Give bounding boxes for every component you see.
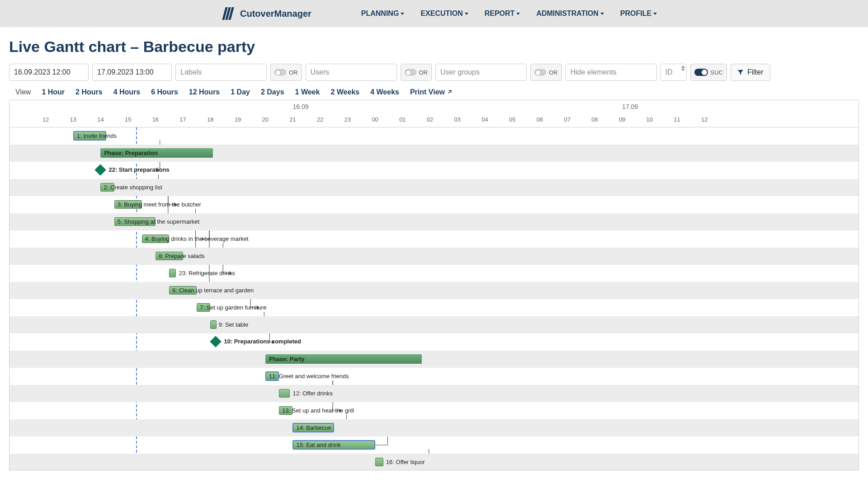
task-bar[interactable] <box>210 320 217 329</box>
task-bar[interactable]: 3: Buying meet from the butcher <box>114 200 142 209</box>
gantt-row: 1: Invite friends <box>9 127 859 145</box>
nav-item-label: REPORT <box>485 9 515 18</box>
suc-label: SUC <box>711 69 723 76</box>
nav-item-report[interactable]: REPORT <box>485 9 520 18</box>
view-option-1-day[interactable]: 1 Day <box>231 88 250 96</box>
view-option-label: 1 Hour <box>42 88 65 96</box>
nav-item-label: ADMINISTRATION <box>536 9 598 18</box>
end-date-input[interactable] <box>92 64 172 81</box>
gantt-row: 3: Buying meet from the butcher <box>9 196 859 213</box>
task-bar[interactable]: 2: Create shopping list <box>100 183 114 192</box>
gantt-row: 16: Offer liquor <box>9 454 859 470</box>
task-bar[interactable]: 15: Eat and drink <box>292 440 375 450</box>
view-option-4-weeks[interactable]: 4 Weeks <box>370 88 399 96</box>
chevron-down-icon <box>600 13 604 15</box>
gantt-row: 23: Refrigerate drinks <box>9 265 859 282</box>
toggle-off-icon <box>405 69 416 75</box>
milestone-diamond-icon[interactable] <box>95 164 106 175</box>
view-option-1-hour[interactable]: 1 Hour <box>42 88 65 96</box>
hour-label: 12 <box>701 116 708 123</box>
labels-or-toggle[interactable]: OR <box>270 64 302 81</box>
view-option-4-hours[interactable]: 4 Hours <box>113 88 141 96</box>
nav-item-administration[interactable]: ADMINISTRATION <box>536 9 604 18</box>
view-row: View 1 Hour2 Hours4 Hours6 Hours12 Hours… <box>0 84 868 100</box>
phase-bar[interactable]: Phase: Party <box>265 354 422 364</box>
view-option-12-hours[interactable]: 12 Hours <box>189 88 220 96</box>
task-bar[interactable]: 7: Set up garden furniture <box>197 303 210 312</box>
task-bar[interactable]: 8: Prepare salads <box>156 252 183 260</box>
hour-label: 20 <box>262 116 269 123</box>
task-bar[interactable] <box>279 389 290 398</box>
or-label: OR <box>419 69 428 76</box>
hour-label: 18 <box>207 116 213 123</box>
view-option-print-view[interactable]: Print View <box>410 88 452 96</box>
gantt-row: 13: Set up and heat the grill <box>9 402 859 419</box>
task-bar[interactable]: 11: Greet and welcome friends <box>265 371 279 381</box>
view-option-2-days[interactable]: 2 Days <box>261 88 284 96</box>
nav-item-label: EXECUTION <box>420 9 462 18</box>
groups-or-toggle[interactable]: OR <box>530 64 562 81</box>
users-input[interactable] <box>306 64 397 81</box>
groups-input[interactable] <box>435 64 527 81</box>
brand: CutoverManager <box>224 7 311 20</box>
nav-item-profile[interactable]: PROFILE <box>620 9 657 18</box>
suc-toggle[interactable]: SUC <box>690 64 727 81</box>
page-header: Live Gantt chart – Barbecue party <box>0 27 868 60</box>
view-option-2-weeks[interactable]: 2 Weeks <box>330 88 359 96</box>
id-stepper[interactable] <box>681 66 685 71</box>
nav-item-execution[interactable]: EXECUTION <box>420 9 468 18</box>
nav-item-planning[interactable]: PLANNING <box>361 9 405 18</box>
labels-input[interactable] <box>175 64 267 81</box>
gantt-chart: 16.0917.09 12131415161718192021222300010… <box>9 100 859 470</box>
hour-label: 07 <box>564 116 570 123</box>
task-bar[interactable]: 14: Barbecue <box>292 423 334 432</box>
task-label: 9: Set table <box>218 321 248 328</box>
view-option-label: 2 Hours <box>75 88 103 96</box>
phase-bar[interactable]: Phase: Preparation <box>100 148 213 158</box>
start-date-input[interactable] <box>9 64 89 81</box>
view-option-label: 4 Hours <box>113 88 141 96</box>
gantt-row: 8: Prepare salads <box>9 248 859 265</box>
task-bar[interactable]: 13: Set up and heat the grill <box>279 406 292 415</box>
hide-elements-input[interactable] <box>566 64 657 81</box>
task-bar[interactable]: 6: Clean up terrace and garden <box>169 286 197 295</box>
view-option-label: 1 Week <box>295 88 320 96</box>
view-option-label: 2 Weeks <box>330 88 359 96</box>
hour-label: 15 <box>125 116 131 123</box>
gantt-row: 9: Set table <box>9 316 859 333</box>
view-option-6-hours[interactable]: 6 Hours <box>151 88 178 96</box>
task-bar[interactable] <box>169 269 176 277</box>
milestone-label: 10: Preparations completed <box>224 338 301 345</box>
gantt-row: Phase: Preparation <box>9 145 859 162</box>
hour-label: 00 <box>372 116 378 123</box>
hour-label: 09 <box>619 116 625 123</box>
hour-label: 06 <box>537 116 543 123</box>
task-label: 12: Offer drinks <box>292 390 333 397</box>
task-label: 16: Offer liquor <box>386 459 425 465</box>
hour-label: 03 <box>454 116 461 123</box>
view-label: View <box>15 88 31 96</box>
hour-label: 14 <box>97 116 104 123</box>
nav-items: PLANNINGEXECUTIONREPORTADMINISTRATIONPRO… <box>361 9 657 18</box>
milestone-label: 22: Start preparations <box>108 166 169 173</box>
hour-label: 01 <box>399 116 406 123</box>
filter-button[interactable]: Filter <box>731 64 770 81</box>
gantt-row: 12: Offer drinks <box>9 385 859 402</box>
task-bar[interactable]: 4: Buying drinks in the beverage market <box>142 235 170 243</box>
view-option-2-hours[interactable]: 2 Hours <box>75 88 103 96</box>
page-title: Live Gantt chart – Barbecue party <box>9 38 859 56</box>
hour-label: 19 <box>235 116 241 123</box>
nav-item-label: PROFILE <box>620 9 651 18</box>
gantt-body: 1: Invite friendsPhase: Preparation22: S… <box>9 127 859 470</box>
task-bar[interactable]: 5: Shopping at the supermarket <box>114 217 156 226</box>
users-or-toggle[interactable]: OR <box>401 64 432 81</box>
view-option-label: 6 Hours <box>151 88 178 96</box>
hour-label: 12 <box>42 116 49 123</box>
task-bar[interactable]: 1: Invite friends <box>73 131 106 141</box>
task-bar[interactable] <box>375 458 383 466</box>
milestone-diamond-icon[interactable] <box>210 336 222 347</box>
view-option-1-week[interactable]: 1 Week <box>295 88 320 96</box>
filter-row: OR OR OR SUC Filter <box>0 60 868 84</box>
hour-label: 10 <box>646 116 653 123</box>
hour-label: 21 <box>289 116 296 123</box>
